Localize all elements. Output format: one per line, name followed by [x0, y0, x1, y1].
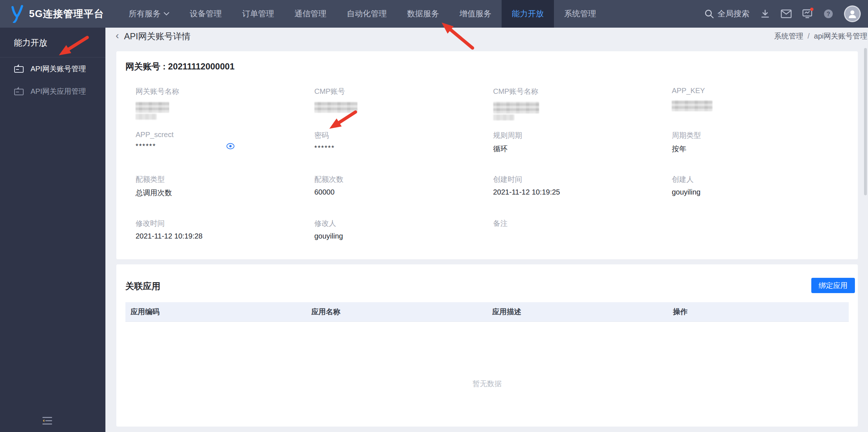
field-rule-period: 规则周期 循环 [493, 126, 672, 170]
reveal-secret-button[interactable] [226, 142, 235, 151]
breadcrumb-current[interactable]: api网关账号管理 [814, 31, 867, 41]
global-search[interactable]: 全局搜索 [704, 8, 750, 19]
field-modify-time: 修改时间 2021-11-12 10:19:28 [136, 214, 314, 258]
breadcrumb-parent[interactable]: 系统管理 [774, 31, 803, 41]
nav-item-label: 订单管理 [242, 8, 274, 19]
nav-item-all-services[interactable]: 所有服务 [118, 0, 180, 28]
nav-item-label: 所有服务 [129, 8, 161, 19]
page-header: ‹ API网关账号详情 系统管理 / api网关账号管理 [105, 28, 868, 45]
field-cmp-account-name: CMP账号名称 [493, 82, 672, 126]
id-card-icon [14, 64, 24, 73]
field-creator: 创建人 gouyiling [672, 170, 851, 214]
field-value: ****** [136, 142, 156, 150]
help-icon: ? [823, 9, 833, 19]
app-title: 5G连接管理平台 [29, 7, 104, 20]
field-create-time: 创建时间 2021-11-12 10:19:25 [493, 170, 672, 214]
field-value: 2021-11-12 10:19:25 [493, 188, 672, 196]
nav-item-label: 增值服务 [459, 8, 491, 19]
sidebar-item-api-gateway-account-mgmt[interactable]: API网关账号管理 [0, 57, 105, 80]
field-label: 创建人 [672, 170, 851, 188]
nav-item-device-mgmt[interactable]: 设备管理 [180, 0, 232, 28]
nav-item-label: 自动化管理 [347, 8, 387, 19]
nav-item-capability-open[interactable]: 能力开放 [502, 0, 554, 28]
id-card-icon [14, 87, 24, 96]
breadcrumb: 系统管理 / api网关账号管理 [774, 28, 867, 45]
sidebar-item-api-gateway-app-mgmt[interactable]: API网关应用管理 [0, 80, 105, 103]
masked-value [672, 100, 712, 111]
field-quota-count: 配额次数 60000 [314, 170, 493, 214]
field-app-secret: APP_screct ****** [136, 126, 314, 170]
field-label: CMP账号名称 [493, 82, 672, 100]
apps-table-header: 应用编码 应用名称 应用描述 操作 [125, 302, 849, 322]
gateway-account-detail-card: 网关账号 : 20211112000001 网关账号名称 CMP账号 CMP账号… [116, 51, 858, 259]
help-button[interactable]: ? [823, 8, 834, 19]
mail-icon [781, 9, 792, 18]
top-navbar: 5G连接管理平台 所有服务 设备管理 订单管理 通信管理 自动化管理 数据服务 … [0, 0, 868, 28]
svg-text:?: ? [827, 11, 830, 17]
field-value: gouyiling [672, 188, 851, 196]
nav-item-label: 通信管理 [294, 8, 326, 19]
field-value: ****** [314, 144, 335, 152]
gateway-account-number: 网关账号 : 20211112000001 [125, 61, 234, 72]
field-modifier: 修改人 gouyiling [314, 214, 493, 258]
nav-item-value-added-service[interactable]: 增值服务 [449, 0, 502, 28]
column-header-actions: 操作 [668, 307, 849, 317]
user-icon [847, 9, 857, 19]
column-header-app-code: 应用编码 [125, 307, 306, 317]
app-logo: 5G连接管理平台 [0, 0, 104, 28]
field-label: 创建时间 [493, 170, 672, 188]
global-search-label: 全局搜索 [718, 8, 750, 19]
sidebar-item-label: API网关账号管理 [31, 64, 86, 74]
field-value: gouyiling [314, 232, 493, 240]
breadcrumb-separator: / [808, 32, 810, 40]
bind-app-button[interactable]: 绑定应用 [811, 278, 855, 293]
associated-apps-card: 关联应用 绑定应用 应用编码 应用名称 应用描述 操作 暂无数据 [116, 264, 858, 427]
nav-item-comm-mgmt[interactable]: 通信管理 [284, 0, 337, 28]
chevron-down-icon [164, 12, 169, 16]
field-label: CMP账号 [314, 82, 493, 100]
column-header-app-desc: 应用描述 [487, 307, 668, 317]
download-button[interactable] [760, 8, 771, 19]
field-label: 配额次数 [314, 170, 493, 188]
vertical-scrollbar[interactable] [864, 48, 867, 195]
navbar-actions: 全局搜索 [704, 0, 868, 28]
sidebar-collapse-button[interactable] [39, 415, 55, 427]
associated-apps-title: 关联应用 [125, 280, 160, 292]
menu-fold-icon [42, 416, 53, 425]
field-label: 网关账号名称 [136, 82, 314, 100]
nav-item-automation-mgmt[interactable]: 自动化管理 [337, 0, 397, 28]
field-remark: 备注 [493, 214, 672, 258]
field-label: 备注 [493, 214, 672, 232]
detail-field-grid: 网关账号名称 CMP账号 CMP账号名称 APP_KEY [136, 82, 851, 258]
field-value: 按年 [672, 144, 851, 154]
sidebar-title: 能力开放 [0, 28, 105, 57]
messages-button[interactable] [781, 8, 792, 19]
field-empty [672, 214, 851, 258]
sidebar-item-label: API网关应用管理 [31, 87, 86, 96]
nav-item-data-service[interactable]: 数据服务 [397, 0, 449, 28]
field-quota-type: 配额类型 总调用次数 [136, 170, 314, 214]
download-icon [760, 9, 770, 19]
monitor-button[interactable] [802, 8, 813, 19]
telecom-logo-icon [9, 5, 25, 23]
field-value: 循环 [493, 144, 672, 154]
back-button[interactable]: ‹ [116, 31, 119, 41]
field-password: 密码 ****** [314, 126, 493, 170]
app-root: 5G连接管理平台 所有服务 设备管理 订单管理 通信管理 自动化管理 数据服务 … [0, 0, 868, 432]
field-label: 修改时间 [136, 214, 314, 232]
field-value: 60000 [314, 188, 493, 196]
field-label: 周期类型 [672, 126, 851, 144]
empty-state-text: 暂无数据 [116, 379, 858, 389]
nav-item-system-mgmt[interactable]: 系统管理 [554, 0, 606, 28]
field-label: 修改人 [314, 214, 493, 232]
masked-value [136, 102, 169, 113]
field-value: 2021-11-12 10:19:28 [136, 232, 314, 240]
nav-item-label: 数据服务 [407, 8, 439, 19]
eye-icon [226, 142, 235, 151]
masked-value-tail [136, 114, 157, 120]
masked-value [493, 102, 539, 113]
field-label: APP_screct [136, 126, 314, 143]
nav-item-order-mgmt[interactable]: 订单管理 [232, 0, 284, 28]
nav-item-label: 能力开放 [512, 8, 544, 19]
avatar[interactable] [844, 5, 861, 22]
